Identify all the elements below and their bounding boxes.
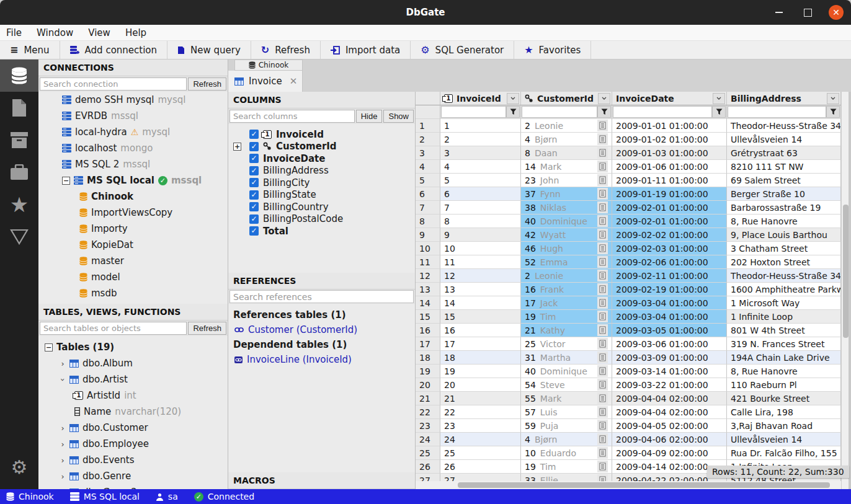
row-number-cell[interactable]: 25	[416, 446, 440, 460]
filter-input[interactable]	[522, 106, 597, 118]
row-number-cell[interactable]: 5	[416, 174, 440, 187]
table-tree-item[interactable]: ›dbo.Employee	[38, 436, 228, 452]
filter-input[interactable]	[613, 106, 712, 118]
cell-invoiceid[interactable]: 26	[440, 460, 521, 474]
cell-customerid[interactable]: 4Bjørn	[521, 433, 612, 446]
open-detail-document-icon[interactable]	[597, 379, 608, 391]
row-number-cell[interactable]: 10	[416, 242, 440, 255]
row-number-cell[interactable]: 23	[416, 419, 440, 433]
filter-funnel-icon[interactable]	[597, 106, 611, 118]
cell-invoiceid[interactable]: 5	[440, 174, 521, 187]
open-detail-document-icon[interactable]	[597, 215, 608, 227]
checkbox-checked[interactable]: ✓	[249, 190, 259, 200]
menu-item-view[interactable]: View	[88, 27, 110, 38]
cell-customerid[interactable]: 57Luis	[521, 405, 612, 419]
row-number-cell[interactable]: 8	[416, 214, 440, 228]
database-item[interactable]: Chinook	[38, 188, 228, 205]
checkbox-checked[interactable]: ✓	[249, 226, 259, 236]
row-number-cell[interactable]: 17	[416, 337, 440, 351]
database-item[interactable]: Importy	[38, 221, 228, 237]
cell-invoicedate[interactable]: 2009-03-04 01:00:00	[612, 296, 727, 310]
filter-input[interactable]	[728, 106, 826, 118]
menu-item-file[interactable]: File	[6, 27, 22, 38]
connection-item[interactable]: EVRDBmssql	[38, 108, 228, 124]
column-menu-chevron-down-icon[interactable]	[598, 93, 610, 104]
grid-horizontal-scrollbar-thumb[interactable]	[458, 482, 830, 488]
checkbox-checked[interactable]: ✓	[249, 202, 259, 211]
column-header-billingaddress[interactable]: BillingAddress	[727, 92, 841, 105]
cell-billingaddress[interactable]: 110 Raeburn Pl	[727, 378, 841, 392]
row-number-cell[interactable]: 11	[416, 255, 440, 269]
show-button[interactable]: Show	[383, 110, 414, 123]
checkbox-checked[interactable]: ✓	[249, 154, 259, 163]
chevron-down-icon[interactable]: ›	[58, 376, 68, 382]
cell-invoicedate[interactable]: 2009-01-02 01:00:00	[612, 133, 727, 146]
row-number-cell[interactable]: 4	[416, 160, 440, 174]
cell-invoiceid[interactable]: 14	[440, 296, 521, 310]
row-number-cell[interactable]: 12	[416, 269, 440, 283]
menu-button[interactable]: ≡Menu	[0, 41, 60, 59]
cell-invoiceid[interactable]: 2	[440, 133, 521, 146]
row-number-cell[interactable]: 26	[416, 460, 440, 474]
connections-search-input[interactable]	[40, 77, 187, 91]
cell-invoicedate[interactable]: 2009-04-04 02:00:00	[612, 405, 727, 419]
cell-customerid[interactable]: 42Wyatt	[521, 228, 612, 242]
open-detail-document-icon[interactable]	[597, 420, 608, 431]
cell-billingaddress[interactable]: 3,Raj Bhavan Road	[727, 419, 841, 433]
cell-customerid[interactable]: 10Eduardo	[521, 446, 612, 460]
row-number-cell[interactable]: 14	[416, 296, 440, 310]
table-tree-item[interactable]: ›dbo.Customer	[38, 420, 228, 436]
cell-invoicedate[interactable]: 2009-03-14 01:00:00	[612, 365, 727, 378]
connection-item[interactable]: localhostmongo	[38, 140, 228, 156]
cell-invoicedate[interactable]: 2009-04-05 02:00:00	[612, 419, 727, 433]
cell-customerid[interactable]: 2Leonie	[521, 119, 612, 133]
database-item[interactable]: ImportViewsCopy	[38, 205, 228, 221]
statusbar-sa[interactable]: sa	[156, 492, 178, 502]
import-data-button[interactable]: Import data	[321, 41, 411, 59]
open-detail-document-icon[interactable]	[597, 324, 608, 336]
cell-invoicedate[interactable]: 2009-03-22 01:00:00	[612, 378, 727, 392]
chevron-right-icon[interactable]: ›	[60, 472, 66, 481]
cell-billingaddress[interactable]: Barbarossastraße 19	[727, 201, 841, 214]
cell-customerid[interactable]: 31Martha	[521, 351, 612, 365]
filter-funnel-icon[interactable]	[506, 106, 520, 118]
cell-customerid[interactable]: 8Daan	[521, 146, 612, 160]
table-tree-item[interactable]: ›dbo.Events	[38, 452, 228, 468]
reference-link[interactable]: InvoiceLine (InvoiceId)	[233, 352, 410, 367]
statusbar-ms-sql-local[interactable]: MS SQL local	[70, 492, 140, 502]
open-detail-document-icon[interactable]	[597, 283, 608, 295]
cell-invoiceid[interactable]: 6	[440, 187, 521, 201]
cell-invoiceid[interactable]: 16	[440, 324, 521, 337]
filter-funnel-icon[interactable]	[826, 106, 840, 118]
cell-invoiceid[interactable]: 3	[440, 146, 521, 160]
open-detail-document-icon[interactable]	[597, 351, 608, 363]
cell-invoicedate[interactable]: 2009-03-06 01:00:00	[612, 337, 727, 351]
cell-customerid[interactable]: 19Tim	[521, 460, 612, 474]
new-query-button[interactable]: New query	[167, 41, 251, 59]
tab-group-database-label[interactable]: Chinook	[234, 60, 303, 71]
expand-expander[interactable]: +	[233, 143, 241, 151]
cell-billingaddress[interactable]: 9, Place Louis Barthou	[727, 228, 841, 242]
cell-billingaddress[interactable]: Theodor-Heuss-Straße 34	[727, 269, 841, 283]
statusbar-connected[interactable]: ✓Connected	[194, 492, 254, 502]
cell-billingaddress[interactable]: Theodor-Heuss-Straße 34	[727, 119, 841, 133]
row-number-cell[interactable]: 7	[416, 201, 440, 214]
row-number-cell[interactable]: 18	[416, 351, 440, 365]
connections-refresh-button[interactable]: Refresh	[188, 77, 226, 91]
cell-invoicedate[interactable]: 2009-02-01 01:00:00	[612, 214, 727, 228]
cell-customerid[interactable]: 40Dominique	[521, 365, 612, 378]
cell-invoiceid[interactable]: 18	[440, 351, 521, 365]
cell-invoiceid[interactable]: 21	[440, 392, 521, 405]
row-number-cell[interactable]: 13	[416, 283, 440, 296]
open-detail-document-icon[interactable]	[597, 406, 608, 418]
minimize-button[interactable]	[772, 5, 786, 20]
cell-invoicedate[interactable]: 2009-03-09 01:00:00	[612, 351, 727, 365]
column-checkbox-row[interactable]: ✓BillingCity	[228, 177, 415, 189]
row-number-cell[interactable]: 1	[416, 119, 440, 133]
row-number-cell[interactable]: 2	[416, 133, 440, 146]
table-tree-item[interactable]: ›dbo.Genre2	[38, 484, 228, 489]
chevron-right-icon[interactable]: ›	[60, 423, 66, 433]
cell-invoicedate[interactable]: 2009-04-04 02:00:00	[612, 392, 727, 405]
cell-billingaddress[interactable]: 3 Chatham Street	[727, 242, 841, 255]
cell-billingaddress[interactable]: 801 W 4th Street	[727, 324, 841, 337]
